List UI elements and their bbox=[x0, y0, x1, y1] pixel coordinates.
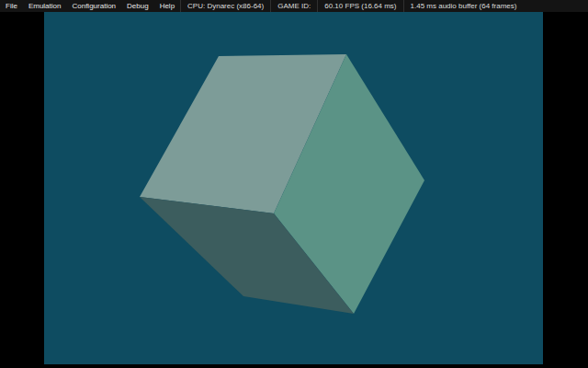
menu-bar: File Emulation Configuration Debug Help … bbox=[0, 0, 588, 12]
menu-configuration[interactable]: Configuration bbox=[66, 0, 121, 12]
status-fps: 60.10 FPS (16.64 ms) bbox=[317, 0, 402, 12]
emulator-window: File Emulation Configuration Debug Help … bbox=[0, 0, 588, 368]
status-cpu-mode: CPU: Dynarec (x86-64) bbox=[180, 0, 270, 12]
menu-file[interactable]: File bbox=[0, 0, 23, 12]
cube-render bbox=[44, 12, 543, 364]
menu-debug[interactable]: Debug bbox=[121, 0, 154, 12]
menu-emulation[interactable]: Emulation bbox=[23, 0, 67, 12]
menu-help[interactable]: Help bbox=[154, 0, 180, 12]
game-viewport[interactable] bbox=[44, 12, 543, 364]
emulator-stage bbox=[0, 12, 588, 368]
status-game-id: GAME ID: bbox=[270, 0, 317, 12]
status-audio-buffer: 1.45 ms audio buffer (64 frames) bbox=[403, 0, 524, 12]
